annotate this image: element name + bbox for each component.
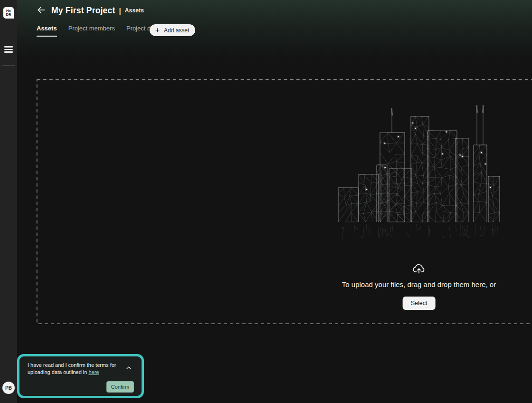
menu-icon[interactable] (4, 45, 13, 54)
add-asset-label: Add asset (164, 27, 189, 34)
chevron-up-icon (125, 364, 133, 373)
upload-instruction: To upload your files, drag and drop them… (342, 280, 496, 288)
back-arrow-icon (37, 5, 46, 17)
sidebar-divider (2, 65, 15, 66)
consent-text-body: I have read and I confirm the terms for … (28, 362, 116, 375)
app-window: Hx DR PB My First Project | Assets Asset… (0, 0, 532, 403)
collapse-toast-button[interactable] (124, 364, 133, 373)
hxdr-logo[interactable]: Hx DR (3, 7, 14, 19)
title-separator: | (119, 7, 121, 15)
select-files-button[interactable]: Select (403, 297, 436, 310)
terms-link[interactable]: here (88, 369, 99, 375)
breadcrumb: My First Project | Assets (51, 4, 144, 17)
consent-text: I have read and I confirm the terms for … (28, 362, 122, 376)
confirm-terms-button[interactable]: Confirm (106, 381, 134, 393)
add-asset-button[interactable]: Add asset (150, 24, 195, 36)
cloud-upload-icon (412, 262, 426, 277)
page-title: My First Project (51, 6, 115, 16)
sidebar: Hx DR PB (0, 0, 17, 403)
upload-terms-toast: I have read and I confirm the terms for … (17, 354, 144, 398)
tab-assets[interactable]: Assets (37, 25, 57, 37)
logo-text-line2: DR (6, 13, 11, 17)
file-dropzone[interactable]: To upload your files, drag and drop them… (37, 79, 532, 324)
page-subtitle: Assets (125, 7, 144, 14)
user-avatar[interactable]: PB (2, 382, 15, 394)
tab-bar: Assets Project members Project details (37, 25, 165, 37)
wireframe-city-illustration (331, 103, 507, 246)
back-button[interactable] (36, 5, 47, 17)
tab-project-members[interactable]: Project members (68, 25, 115, 37)
plus-icon (154, 27, 161, 33)
